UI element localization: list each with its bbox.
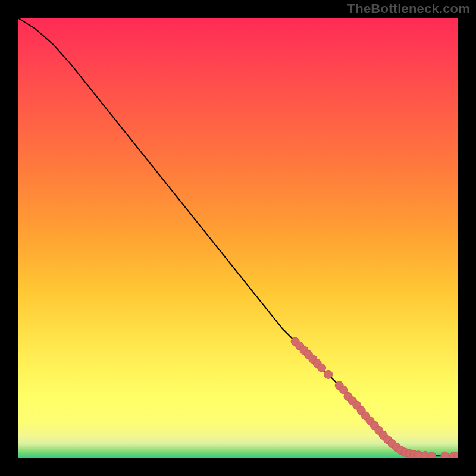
- chart-frame: TheBottleneck.com: [0, 0, 476, 476]
- chart-svg: [18, 18, 458, 458]
- gradient-background: [18, 18, 458, 458]
- attribution-text: TheBottleneck.com: [347, 1, 470, 17]
- highlight-point: [324, 370, 333, 378]
- plot-area: [18, 18, 458, 458]
- highlight-point: [441, 452, 449, 458]
- highlight-point: [428, 452, 436, 458]
- highlight-point: [318, 364, 326, 372]
